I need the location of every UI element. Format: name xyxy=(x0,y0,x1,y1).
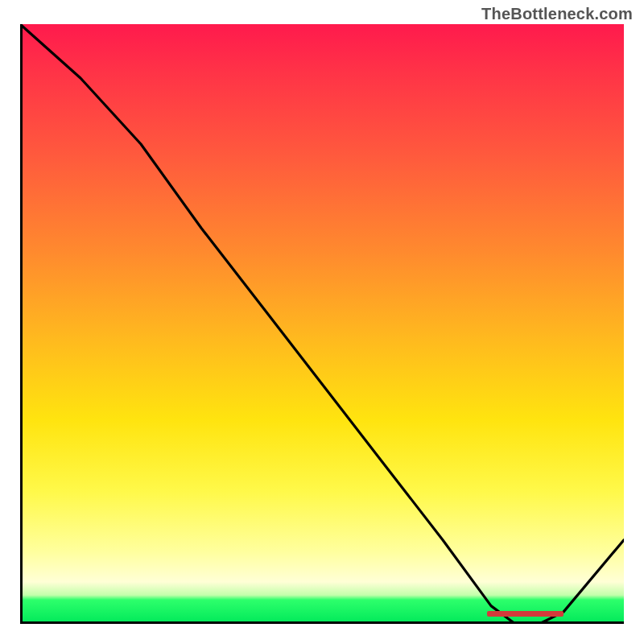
chart-container xyxy=(20,24,624,624)
bottleneck-curve xyxy=(20,24,624,624)
watermark-text: TheBottleneck.com xyxy=(481,5,633,23)
optimal-zone-marker xyxy=(487,611,564,617)
